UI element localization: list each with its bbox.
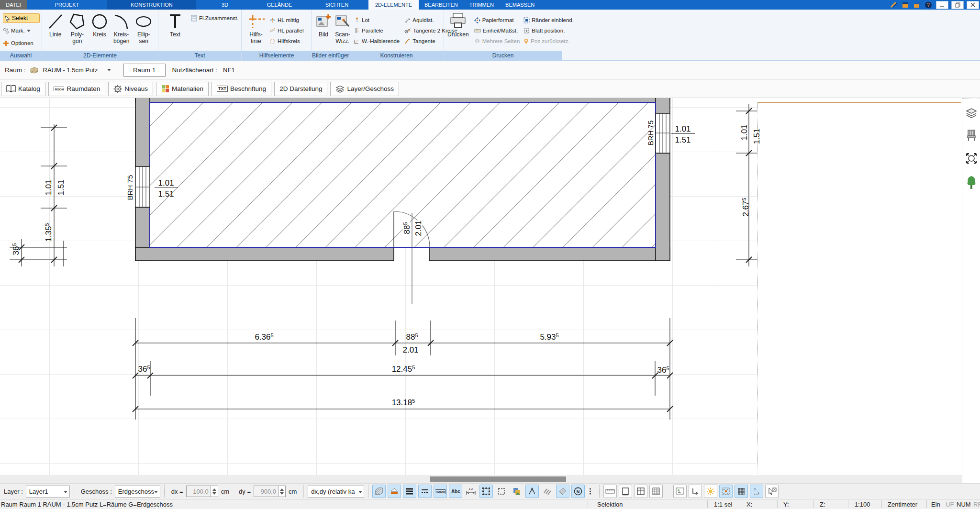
- status-scale[interactable]: 1:100: [855, 501, 870, 508]
- help-icon[interactable]: ?: [924, 1, 933, 9]
- einheit-massstab-button[interactable]: Einheit/Maßst.: [474, 26, 520, 35]
- bild-button[interactable]: Bild: [314, 11, 333, 51]
- toggle-roof-button[interactable]: [388, 485, 401, 498]
- parallele-button[interactable]: Parallele: [354, 26, 400, 35]
- dx-input[interactable]: 100,0: [186, 486, 211, 497]
- beschriftung-button[interactable]: TXT Beschriftung: [212, 82, 271, 96]
- toggle-room-labels-button[interactable]: ROOM: [434, 485, 447, 498]
- materialien-button[interactable]: Materialien: [156, 82, 209, 96]
- ellipsen-button[interactable]: Ellip- sen: [133, 11, 155, 51]
- tab-projekt[interactable]: PROJEKT: [27, 0, 107, 10]
- dy-stepper[interactable]: [278, 486, 286, 497]
- tab-sichten[interactable]: SICHTEN: [305, 0, 368, 10]
- minimize-button[interactable]: [936, 1, 948, 9]
- coord-mode-select[interactable]: dx,dy (relativ ka: [308, 486, 364, 498]
- hilfskreis-button[interactable]: Hilfskreis: [269, 36, 304, 46]
- restore-button[interactable]: [951, 1, 964, 9]
- furniture-tool-icon[interactable]: [966, 129, 977, 142]
- grid-snap-button[interactable]: [719, 485, 733, 498]
- toggle-frame-button[interactable]: [495, 485, 508, 498]
- status-unit[interactable]: Zentimeter: [888, 501, 917, 508]
- image-export-button[interactable]: [673, 485, 687, 498]
- toggle-select-frame-button[interactable]: [479, 485, 493, 498]
- tab-datei[interactable]: DATEI: [0, 0, 27, 10]
- toggle-text-button[interactable]: Abc: [449, 485, 462, 498]
- drawing-canvas[interactable]: 1.01 1.51 1.01 1.51 BRH 75 BRH 75 1.01 1…: [0, 98, 980, 483]
- nutzflaechenart-select[interactable]: NF1: [220, 64, 258, 76]
- hl-parallel-button[interactable]: HL parallel: [269, 26, 304, 35]
- w-halbierende-button[interactable]: W.-Halbierende: [354, 36, 400, 46]
- niveaus-button[interactable]: Niveaus: [108, 82, 153, 96]
- raumdaten-button[interactable]: ROOM Raumdaten: [48, 82, 105, 96]
- status-ein[interactable]: Ein: [931, 501, 940, 508]
- layers-tool-icon[interactable]: [965, 107, 978, 119]
- move-tool-icon[interactable]: [965, 152, 978, 165]
- archive-icon[interactable]: [913, 1, 922, 9]
- optionen-button[interactable]: Optionen: [3, 38, 40, 48]
- tab-2d-elemente[interactable]: 2D-ELEMENTE: [368, 0, 419, 10]
- tab-bearbeiten[interactable]: BEARBEITEN: [419, 0, 464, 10]
- pos-zuruecksetz-button[interactable]: Pos zurücksetz.: [523, 36, 574, 46]
- text-button[interactable]: Text: [160, 11, 190, 51]
- toggle-hatch-strokes-button[interactable]: [541, 485, 554, 498]
- fl-zusammenst-button[interactable]: Fl.Zusammenst.: [191, 13, 238, 23]
- toggle-thick-lines-button[interactable]: [403, 485, 416, 498]
- grid-button[interactable]: [735, 485, 748, 498]
- toggle-hatch-button[interactable]: [372, 485, 386, 498]
- light-button[interactable]: [704, 485, 717, 498]
- papierformat-button[interactable]: Papierformat: [474, 15, 520, 25]
- raum-label: Raum :: [5, 66, 26, 74]
- toggle-fill-button[interactable]: [556, 485, 569, 498]
- kreisboegen-button[interactable]: Kreis- bögen: [111, 11, 132, 51]
- layer-geschoss-button[interactable]: Layer/Geschoss: [330, 82, 399, 96]
- window-frame-button[interactable]: [634, 485, 647, 498]
- dy-input[interactable]: 900,0: [254, 486, 278, 497]
- sheet-button[interactable]: [619, 485, 632, 498]
- raum-name-input[interactable]: Raum 1: [123, 64, 166, 77]
- hilfslinie-button[interactable]: Hilfs- linie: [244, 11, 268, 51]
- selekt-button[interactable]: Selekt: [3, 13, 40, 23]
- dim-label: 12.455: [392, 365, 415, 373]
- lot-button[interactable]: Lot: [354, 15, 400, 25]
- drucken-button[interactable]: Drucken: [446, 11, 470, 51]
- scrollbar-thumb[interactable]: [430, 476, 566, 482]
- ribbon-group-2d-elemente: Linie Poly- gon Kreis Kreis- bögen Ellip…: [42, 10, 158, 61]
- tree-tool-icon[interactable]: [965, 175, 978, 189]
- window-right[interactable]: [656, 113, 670, 153]
- darstellung-2d-button[interactable]: 2D Darstellung: [274, 82, 327, 96]
- toggle-dimensions-button[interactable]: 1,2: [464, 485, 478, 498]
- blatt-position-button[interactable]: Blatt position.: [523, 26, 574, 35]
- dx-stepper[interactable]: [211, 486, 218, 497]
- corner-arrow-button[interactable]: [689, 485, 702, 498]
- polygon-button[interactable]: Poly- gon: [67, 11, 88, 51]
- table-grid-button[interactable]: [649, 485, 663, 498]
- raum-type-select[interactable]: RAUM - 1.5cm Putz: [40, 64, 112, 76]
- library-icon[interactable]: [902, 1, 910, 9]
- close-button[interactable]: [967, 1, 979, 9]
- angle-snap-button[interactable]: 3: [750, 485, 763, 498]
- measure-button[interactable]: [603, 485, 617, 498]
- hl-mittig-button[interactable]: HL mittig: [269, 15, 304, 25]
- toggle-north-button[interactable]: N: [571, 485, 585, 498]
- layer-select[interactable]: Layer1: [26, 486, 70, 498]
- katalog-button[interactable]: Katalog: [1, 82, 45, 96]
- cursor-delete-button[interactable]: [765, 485, 779, 498]
- horizontal-scrollbar[interactable]: [0, 475, 962, 483]
- mehrere-seiten-button[interactable]: Mehrere Seiten: [474, 36, 520, 46]
- geschoss-select[interactable]: Erdgeschoss: [115, 486, 160, 498]
- window-left[interactable]: [135, 166, 150, 207]
- tab-konstruktion[interactable]: KONSTRUKTION: [107, 0, 196, 10]
- kreis-button[interactable]: Kreis: [89, 11, 110, 51]
- tab-3d[interactable]: 3D: [196, 0, 254, 10]
- tab-trimmen[interactable]: TRIMMEN: [464, 0, 500, 10]
- tab-bemassen[interactable]: BEMASSEN: [500, 0, 540, 10]
- toggle-angle-tool-button[interactable]: [525, 485, 539, 498]
- mark-button[interactable]: Mark.: [3, 26, 40, 35]
- toggle-images-button[interactable]: [510, 485, 523, 498]
- tools-icon[interactable]: [890, 1, 899, 9]
- tab-gelaende[interactable]: GELÄNDE: [254, 0, 305, 10]
- more-options-button[interactable]: [587, 485, 593, 498]
- linie-button[interactable]: Linie: [45, 11, 66, 51]
- raender-einblend-button[interactable]: Ränder einblend.: [523, 15, 574, 25]
- toggle-dashed-lines-button[interactable]: [418, 485, 432, 498]
